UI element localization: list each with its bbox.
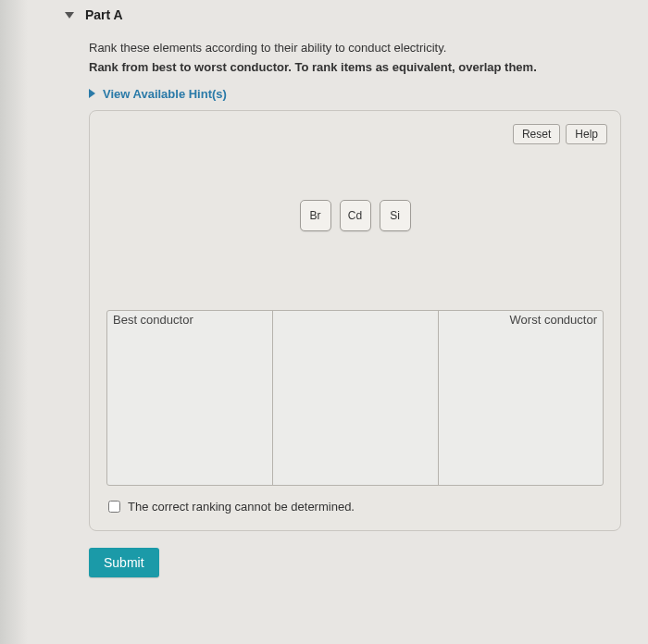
- tiles-row: Br Cd Si: [103, 200, 607, 231]
- element-tile-br[interactable]: Br: [300, 200, 331, 231]
- rank-best-label: Best conductor: [113, 313, 193, 327]
- rank-divider: [438, 311, 439, 485]
- panel-toolbar: Reset Help: [103, 124, 607, 144]
- submit-button[interactable]: Submit: [89, 548, 159, 577]
- cannot-determine-row: The correct ranking cannot be determined…: [108, 500, 602, 514]
- instructions-block: Rank these elements according to their a…: [89, 39, 639, 78]
- part-header[interactable]: Part A: [65, 7, 639, 22]
- part-title: Part A: [85, 7, 123, 22]
- instruction-line-1: Rank these elements according to their a…: [89, 39, 639, 58]
- element-tile-cd[interactable]: Cd: [340, 200, 371, 231]
- main-content: Part A Rank these elements according to …: [57, 0, 639, 577]
- instruction-line-2: Rank from best to worst conductor. To ra…: [89, 58, 639, 78]
- cannot-determine-checkbox[interactable]: [108, 501, 120, 513]
- rank-divider: [272, 311, 273, 485]
- ranking-panel: Reset Help Br Cd Si Best conductor Worst…: [89, 110, 621, 531]
- chevron-right-icon: [89, 89, 95, 98]
- reset-button[interactable]: Reset: [513, 124, 560, 144]
- page-left-edge: [0, 0, 28, 644]
- view-hints-toggle[interactable]: View Available Hint(s): [89, 87, 639, 101]
- help-button[interactable]: Help: [566, 124, 607, 144]
- ranking-dropzone[interactable]: Best conductor Worst conductor: [106, 310, 604, 486]
- cannot-determine-label: The correct ranking cannot be determined…: [128, 500, 355, 514]
- rank-worst-label: Worst conductor: [510, 313, 597, 327]
- element-tile-si[interactable]: Si: [380, 200, 411, 231]
- chevron-down-icon: [65, 12, 74, 19]
- view-hints-label: View Available Hint(s): [103, 87, 227, 101]
